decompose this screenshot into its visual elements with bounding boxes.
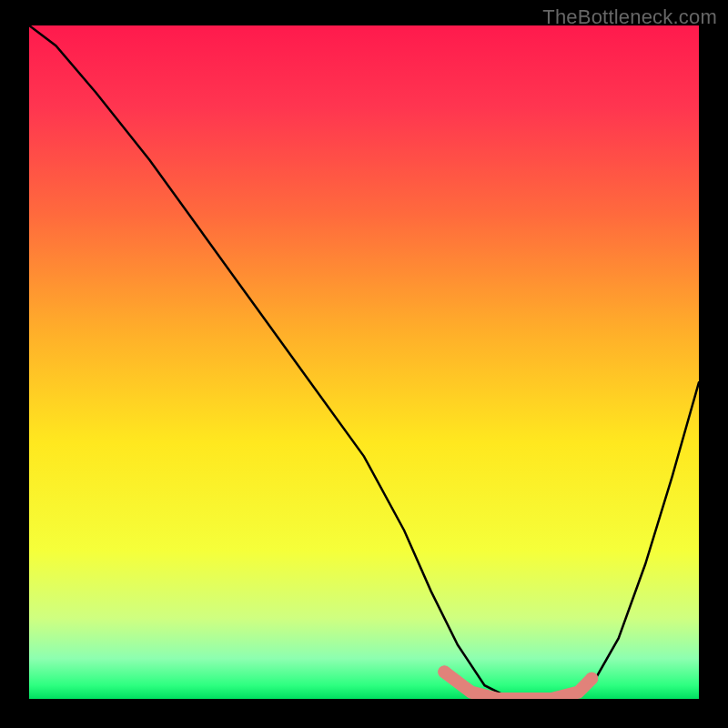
bottleneck-chart — [29, 25, 699, 699]
gradient-background — [29, 25, 699, 699]
watermark-text: TheBottleneck.com — [542, 5, 717, 29]
chart-container: TheBottleneck.com — [0, 0, 728, 728]
highlight-dot-right — [585, 672, 598, 685]
highlight-dot-left — [438, 665, 450, 678]
plot-area — [29, 25, 699, 699]
